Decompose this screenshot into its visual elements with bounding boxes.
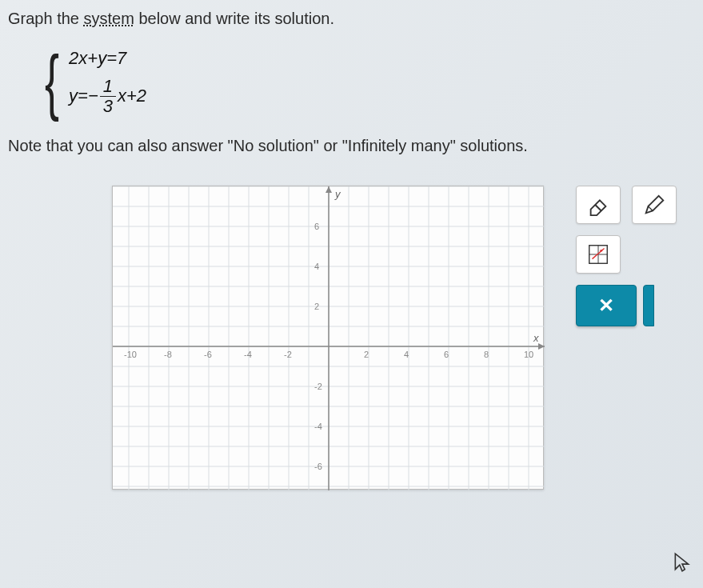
equation-1: 2x+y=7 [69, 48, 146, 69]
svg-text:x: x [533, 332, 539, 344]
svg-point-68 [600, 250, 602, 252]
svg-text:2: 2 [314, 302, 319, 311]
secondary-button-edge[interactable] [643, 285, 654, 326]
svg-text:-6: -6 [204, 350, 212, 359]
system-brace: { [45, 46, 59, 118]
eq2-fraction: 1 3 [100, 77, 116, 114]
svg-text:6: 6 [444, 350, 449, 359]
svg-marker-44 [326, 186, 332, 193]
svg-text:-4: -4 [314, 422, 322, 431]
graph-tool-button[interactable] [576, 235, 621, 274]
svg-text:2: 2 [364, 350, 369, 359]
svg-text:-4: -4 [244, 350, 252, 359]
answer-note: Note that you can also answer "No soluti… [0, 132, 703, 163]
graph-canvas[interactable]: yx-10-8-6-4-2246810642-2-4-6 [112, 186, 544, 490]
eq2-numerator: 1 [100, 77, 116, 96]
x-label: ✕ [598, 294, 614, 317]
pencil-icon [642, 193, 666, 217]
svg-text:4: 4 [404, 350, 409, 359]
tool-panel: ✕ [576, 186, 696, 338]
prompt-term[interactable]: system [84, 10, 134, 27]
prompt-pre: Graph the [8, 10, 84, 27]
svg-text:8: 8 [484, 350, 489, 359]
pencil-button[interactable] [632, 186, 677, 224]
svg-text:-6: -6 [314, 462, 322, 471]
equation-2: y=− 1 3 x+2 [69, 77, 146, 114]
svg-text:-2: -2 [314, 382, 322, 391]
eq2-lhs: y=− [69, 86, 98, 106]
svg-text:10: 10 [524, 350, 533, 359]
svg-text:y: y [334, 188, 342, 200]
question-prompt: Graph the system below and write its sol… [0, 0, 703, 31]
svg-text:-2: -2 [284, 350, 292, 359]
equation-system: { 2x+y=7 y=− 1 3 x+2 [40, 46, 703, 118]
eraser-icon [586, 193, 610, 217]
svg-text:6: 6 [314, 222, 319, 231]
eq2-rhs: x+2 [118, 86, 146, 106]
svg-text:-8: -8 [164, 350, 172, 359]
eq2-denominator: 3 [100, 97, 116, 115]
cursor-icon [672, 552, 693, 578]
eraser-button[interactable] [576, 186, 621, 224]
graph-tool-icon [586, 242, 610, 266]
svg-marker-45 [538, 343, 545, 350]
svg-text:4: 4 [314, 262, 319, 271]
prompt-post: below and write its solution. [134, 10, 334, 27]
no-solution-button[interactable]: ✕ [576, 285, 637, 326]
svg-text:-10: -10 [124, 350, 137, 359]
